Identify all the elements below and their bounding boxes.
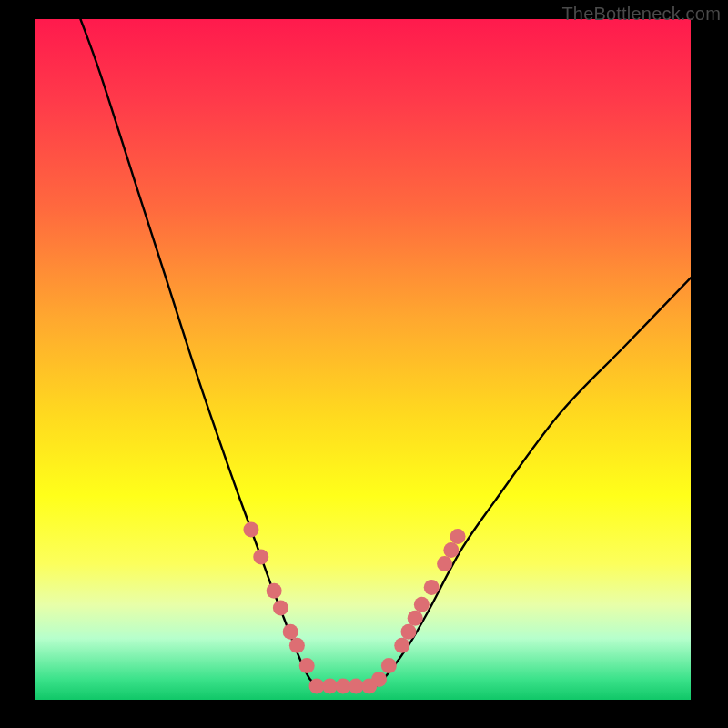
curve-marker (381, 658, 397, 673)
curve-marker (371, 672, 387, 687)
curve-marker (243, 522, 258, 538)
plot-area (35, 19, 691, 700)
curve-marker (450, 529, 466, 544)
curve-marker (299, 658, 315, 673)
curve-marker (437, 556, 452, 571)
bottleneck-curve (80, 19, 691, 687)
curve-marker (267, 583, 282, 599)
marker-layer (243, 522, 465, 694)
curve-marker (400, 624, 416, 640)
watermark-text: TheBottleneck.com (561, 4, 721, 25)
curve-marker (289, 638, 305, 653)
curve-marker (273, 601, 288, 616)
curve-marker (414, 597, 430, 612)
curve-marker (424, 580, 440, 595)
chart-svg (35, 19, 691, 700)
chart-frame: TheBottleneck.com (0, 0, 728, 728)
curve-marker (443, 542, 459, 558)
curve-marker (394, 638, 410, 653)
curve-marker (408, 611, 423, 626)
curve-marker (253, 549, 268, 564)
curve-layer (80, 19, 691, 687)
curve-marker (283, 624, 298, 640)
